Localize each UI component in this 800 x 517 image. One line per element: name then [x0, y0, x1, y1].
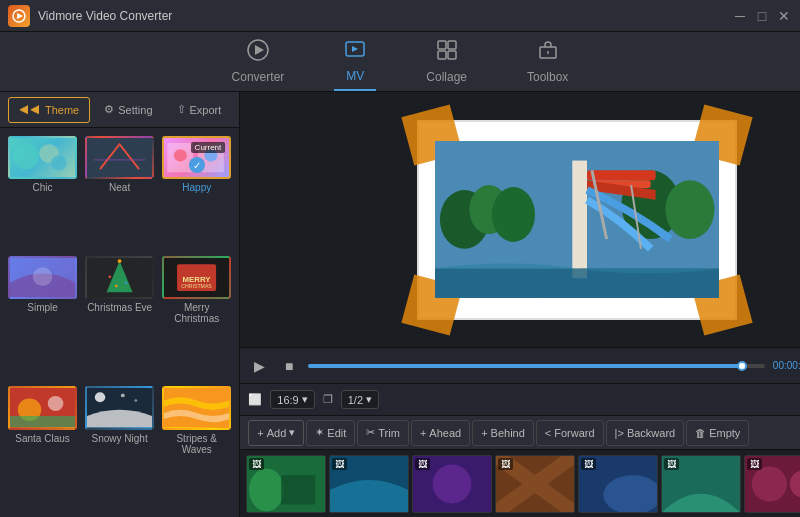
- timeline-item-4[interactable]: 🖼: [495, 455, 575, 513]
- theme-santa-thumb: [8, 386, 77, 429]
- edit-icon: ✶: [315, 426, 324, 439]
- copy-select[interactable]: 1/2 ▾: [341, 390, 379, 409]
- app-title: Vidmore Video Converter: [38, 9, 732, 23]
- app-logo: [8, 5, 30, 27]
- timeline-img-icon-2: 🖼: [332, 458, 347, 470]
- theme-snowy-night[interactable]: Snowy Night: [85, 386, 154, 509]
- svg-point-58: [433, 464, 472, 503]
- progress-fill: [308, 364, 742, 368]
- ahead-button[interactable]: + Ahead: [411, 420, 470, 446]
- theme-grid-icon: ⯇⯇: [19, 104, 41, 116]
- timeline-item-1[interactable]: 🖼: [246, 455, 326, 513]
- trim-button[interactable]: ✂ Trim: [357, 420, 409, 446]
- theme-santa-claus[interactable]: Santa Claus: [8, 386, 77, 509]
- timeline-item-5[interactable]: 🖼: [578, 455, 658, 513]
- export-left-button[interactable]: ⇧ Export: [167, 97, 232, 123]
- svg-rect-5: [438, 41, 446, 49]
- preview-inner: [417, 120, 737, 320]
- tab-mv[interactable]: MV: [334, 32, 376, 91]
- selected-check: ✓: [189, 157, 205, 173]
- left-panel: ⯇⯇ Theme ⚙ Setting ⇧ Export: [0, 92, 240, 517]
- stop-button[interactable]: ■: [278, 355, 300, 377]
- ratio-select[interactable]: 16:9 ▾: [270, 390, 314, 409]
- ahead-icon: +: [420, 427, 426, 439]
- behind-button[interactable]: + Behind: [472, 420, 534, 446]
- current-badge: Current: [191, 142, 226, 153]
- progress-bar[interactable]: [308, 364, 765, 368]
- svg-point-64: [752, 466, 787, 501]
- svg-marker-3: [255, 45, 264, 55]
- main-layout: ⯇⯇ Theme ⚙ Setting ⇧ Export: [0, 92, 800, 517]
- toolbox-icon: [537, 39, 559, 66]
- trim-icon: ✂: [366, 426, 375, 439]
- empty-button[interactable]: 🗑 Empty: [686, 420, 749, 446]
- theme-chic[interactable]: Chic: [8, 136, 77, 248]
- theme-merry-christmas[interactable]: MERRY CHRISTMAS Merry Christmas: [162, 256, 231, 379]
- window-controls: ─ □ ✕: [732, 8, 792, 24]
- ratio-icon: ⬜: [248, 393, 262, 406]
- preview-video: [435, 141, 719, 298]
- theme-stripes-label: Stripes & Waves: [162, 433, 231, 455]
- add-button[interactable]: + Add ▾: [248, 420, 304, 446]
- progress-handle[interactable]: [737, 361, 747, 371]
- maximize-button[interactable]: □: [754, 8, 770, 24]
- tab-collage[interactable]: Collage: [416, 33, 477, 90]
- svg-rect-48: [587, 170, 656, 180]
- minimize-button[interactable]: ─: [732, 8, 748, 24]
- svg-point-37: [95, 393, 105, 403]
- tab-collage-label: Collage: [426, 70, 467, 84]
- theme-santa-label: Santa Claus: [15, 433, 69, 444]
- timeline-img-icon-1: 🖼: [249, 458, 264, 470]
- backward-button[interactable]: |> Backward: [606, 420, 685, 446]
- svg-point-19: [174, 149, 187, 161]
- edit-button[interactable]: ✶ Edit: [306, 420, 355, 446]
- preview-frame: [417, 120, 737, 320]
- bottom-toolbar: + Add ▾ ✶ Edit ✂ Trim + Ahead + Behind <: [240, 415, 800, 449]
- svg-point-22: [33, 267, 53, 286]
- svg-point-44: [491, 187, 534, 242]
- theme-neat[interactable]: Neat: [85, 136, 154, 248]
- svg-point-46: [665, 180, 714, 239]
- svg-point-13: [51, 155, 67, 170]
- trash-icon: 🗑: [695, 427, 706, 439]
- tab-converter-label: Converter: [232, 70, 285, 84]
- svg-point-39: [135, 400, 138, 402]
- svg-rect-52: [435, 269, 719, 298]
- svg-rect-7: [438, 51, 446, 59]
- tab-toolbox[interactable]: Toolbox: [517, 33, 578, 90]
- theme-button[interactable]: ⯇⯇ Theme: [8, 97, 90, 123]
- svg-text:MERRY: MERRY: [183, 274, 211, 283]
- timeline-img-icon-7: 🖼: [747, 458, 762, 470]
- theme-chic-thumb: [8, 136, 77, 179]
- play-button[interactable]: ▶: [248, 355, 270, 377]
- timeline-img-icon-4: 🖼: [498, 458, 513, 470]
- copy-icon: ❐: [323, 393, 333, 406]
- backward-icon: |>: [615, 427, 624, 439]
- timeline-item-3[interactable]: 🖼: [412, 455, 492, 513]
- tab-toolbox-label: Toolbox: [527, 70, 568, 84]
- timeline-item-6[interactable]: 🖼: [661, 455, 741, 513]
- svg-point-24: [118, 259, 122, 263]
- setting-button[interactable]: ⚙ Setting: [94, 97, 162, 123]
- svg-point-35: [48, 396, 64, 411]
- ratio-chevron: ▾: [302, 393, 308, 406]
- theme-stripes-waves[interactable]: Stripes & Waves: [162, 386, 231, 509]
- copy-chevron: ▾: [366, 393, 372, 406]
- svg-rect-8: [448, 51, 456, 59]
- timeline-item-7[interactable]: 🖼: [744, 455, 800, 513]
- theme-grid: Chic Neat: [0, 128, 239, 517]
- svg-text:CHRISTMAS: CHRISTMAS: [181, 283, 212, 289]
- theme-simple[interactable]: Simple: [8, 256, 77, 379]
- timeline-img-icon-3: 🖼: [415, 458, 430, 470]
- theme-happy[interactable]: Current ✓ Happy: [162, 136, 231, 248]
- tab-converter[interactable]: Converter: [222, 33, 295, 90]
- theme-happy-label: Happy: [182, 182, 211, 193]
- forward-button[interactable]: < Forward: [536, 420, 604, 446]
- gear-icon: ⚙: [104, 103, 114, 116]
- theme-christmas-eve[interactable]: Christmas Eve: [85, 256, 154, 379]
- close-button[interactable]: ✕: [776, 8, 792, 24]
- timeline-item-2[interactable]: 🖼: [329, 455, 409, 513]
- theme-neat-label: Neat: [109, 182, 130, 193]
- add-chevron: ▾: [289, 426, 295, 439]
- theme-christmas-eve-label: Christmas Eve: [87, 302, 152, 313]
